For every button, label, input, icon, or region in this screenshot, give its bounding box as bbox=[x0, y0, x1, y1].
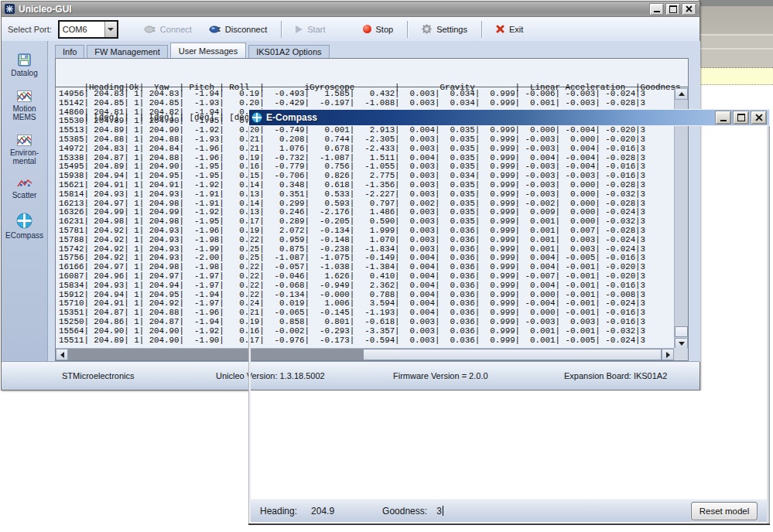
sidebar-item-label: Scatter bbox=[12, 191, 37, 200]
gear-icon bbox=[422, 24, 432, 34]
line-chart-icon bbox=[17, 90, 32, 102]
tab-iks01a2-options[interactable]: IKS01A2 Options bbox=[248, 45, 329, 59]
ecompass-maximize-button[interactable] bbox=[733, 111, 749, 124]
ecompass-client-area bbox=[251, 390, 767, 499]
toolbar: Select Port: COM6 Connect Disconnect Sta… bbox=[2, 17, 699, 42]
sidebar: Datalog Motion MEMS Environ- mental bbox=[2, 41, 48, 362]
connect-label: Connect bbox=[160, 25, 192, 34]
start-label: Start bbox=[307, 25, 325, 34]
exit-x-icon bbox=[496, 25, 505, 33]
select-port-label: Select Port: bbox=[8, 25, 52, 34]
compass-icon bbox=[251, 112, 262, 123]
tab-fw-management[interactable]: FW Management bbox=[87, 45, 167, 59]
toolbar-separator bbox=[281, 21, 282, 38]
sidebar-item-environmental[interactable]: Environ- mental bbox=[10, 135, 39, 165]
sidebar-item-datalog[interactable]: Datalog bbox=[11, 53, 37, 77]
background-band bbox=[699, 49, 773, 67]
ecompass-window: E-Compass Heading: 204.9 Goodness: 3 Res… bbox=[248, 109, 770, 525]
port-select-dropdown-button[interactable] bbox=[104, 22, 117, 37]
scatter-plot-icon bbox=[17, 179, 32, 189]
toolbar-separator bbox=[481, 21, 482, 38]
connect-plug-icon bbox=[144, 25, 156, 33]
stop-label: Stop bbox=[376, 25, 394, 34]
close-icon bbox=[686, 5, 693, 12]
heading-value: 204.9 bbox=[311, 506, 334, 517]
close-icon bbox=[755, 114, 763, 121]
ecompass-title-bar[interactable]: E-Compass bbox=[248, 109, 770, 126]
port-select[interactable]: COM6 bbox=[58, 20, 118, 39]
sidebar-item-label: Motion MEMS bbox=[12, 104, 36, 121]
chevron-down-icon bbox=[108, 28, 114, 31]
reset-model-button[interactable]: Reset model bbox=[691, 502, 758, 520]
window-title: Unicleo-GUI bbox=[19, 4, 72, 15]
background-highlight-row bbox=[699, 67, 773, 85]
play-icon bbox=[296, 26, 303, 33]
settings-label: Settings bbox=[436, 25, 467, 34]
sidebar-item-motion-mems[interactable]: Motion MEMS bbox=[12, 90, 36, 121]
text-cursor bbox=[443, 506, 443, 516]
minimize-button[interactable] bbox=[649, 3, 664, 15]
disconnect-plug-icon bbox=[209, 25, 221, 33]
ecompass-bottom-bar: Heading: 204.9 Goodness: 3 Reset model bbox=[251, 499, 767, 522]
sidebar-item-label: ECompass bbox=[5, 231, 43, 240]
minimize-icon bbox=[720, 120, 727, 121]
scroll-up-button[interactable] bbox=[675, 88, 688, 100]
port-select-value: COM6 bbox=[60, 25, 87, 34]
sidebar-item-scatter[interactable]: Scatter bbox=[12, 179, 37, 200]
heading-label: Heading: bbox=[260, 506, 297, 517]
sidebar-item-label: Datalog bbox=[11, 69, 37, 77]
exit-button[interactable]: Exit bbox=[487, 20, 532, 39]
app-icon bbox=[5, 4, 15, 14]
floppy-disk-icon bbox=[18, 53, 31, 66]
main-title-bar[interactable]: Unicleo-GUI bbox=[2, 2, 699, 17]
ecompass-window-title: E-Compass bbox=[266, 112, 317, 123]
compass-icon bbox=[16, 213, 32, 229]
tab-user-messages[interactable]: User Messages bbox=[170, 43, 246, 59]
table-row: 15142| 204.85| 1| 204.85| -1.93| 0.20| -… bbox=[59, 99, 673, 108]
maximize-icon bbox=[737, 114, 745, 121]
stop-button[interactable]: Stop bbox=[354, 20, 402, 39]
close-button[interactable] bbox=[682, 3, 696, 15]
settings-button[interactable]: Settings bbox=[413, 20, 476, 39]
goodness-value: 3 bbox=[436, 506, 442, 517]
background-band bbox=[699, 0, 773, 6]
table-header: |Heading|Ok| Yaw | Pitch | Roll | iGyros… bbox=[56, 59, 688, 87]
ecompass-minimize-button[interactable] bbox=[715, 111, 731, 124]
line-chart-icon bbox=[17, 135, 32, 146]
arrow-left-icon bbox=[60, 352, 64, 358]
status-company: STMicroelectronics bbox=[62, 371, 135, 380]
maximize-button[interactable] bbox=[665, 3, 680, 15]
background-window bbox=[699, 0, 773, 87]
sidebar-item-label: Environ- mental bbox=[10, 148, 39, 165]
exit-label: Exit bbox=[509, 25, 523, 34]
stop-icon bbox=[363, 25, 371, 33]
background-band bbox=[699, 36, 773, 48]
arrow-up-icon bbox=[679, 92, 685, 96]
background-band bbox=[699, 6, 773, 34]
goodness-label: Goodness: bbox=[382, 506, 427, 517]
connect-button[interactable]: Connect bbox=[135, 20, 200, 39]
maximize-icon bbox=[669, 5, 677, 13]
disconnect-button[interactable]: Disconnect bbox=[200, 20, 275, 39]
sidebar-item-ecompass[interactable]: ECompass bbox=[5, 213, 43, 240]
minimize-icon bbox=[654, 11, 660, 12]
disconnect-label: Disconnect bbox=[225, 25, 267, 34]
ecompass-right-border bbox=[767, 126, 770, 523]
scroll-left-button[interactable] bbox=[56, 349, 68, 360]
tab-strip: Info FW Management User Messages IKS01A2… bbox=[55, 43, 332, 59]
toolbar-separator bbox=[407, 21, 408, 38]
ecompass-close-button[interactable] bbox=[751, 111, 767, 124]
tab-info[interactable]: Info bbox=[55, 45, 84, 59]
start-button[interactable]: Start bbox=[287, 20, 333, 39]
